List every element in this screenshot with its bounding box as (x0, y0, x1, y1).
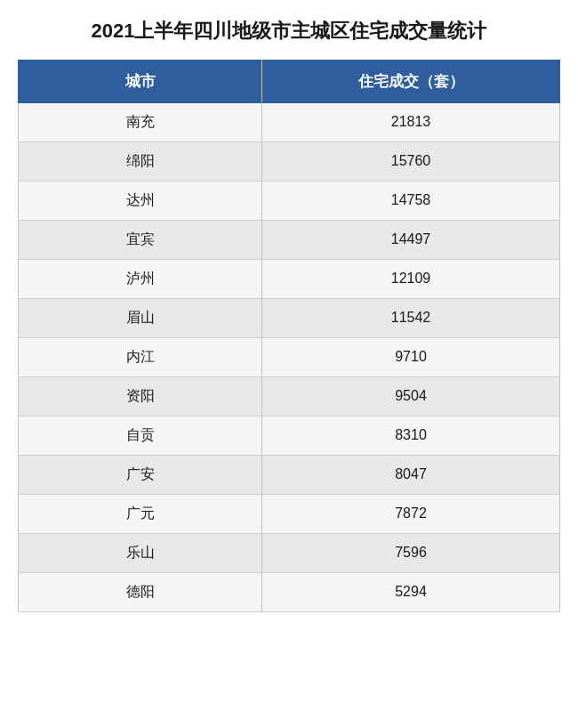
cell-value: 9504 (262, 376, 560, 416)
cell-value: 21813 (262, 102, 560, 142)
cell-city: 宜宾 (19, 220, 262, 259)
table-row: 德阳5294 (19, 572, 560, 611)
table-row: 绵阳15760 (19, 142, 560, 181)
table-row: 乐山7596 (19, 533, 560, 572)
cell-city: 绵阳 (19, 142, 262, 181)
cell-value: 7872 (262, 494, 560, 533)
cell-city: 自贡 (19, 416, 262, 455)
table-row: 内江9710 (19, 337, 560, 376)
cell-value: 14497 (262, 220, 560, 259)
header-value: 住宅成交（套） (262, 60, 560, 102)
cell-city: 乐山 (19, 533, 262, 572)
page-title: 2021上半年四川地级市主城区住宅成交量统计 (18, 18, 560, 45)
table-body: 南充21813绵阳15760达州14758宜宾14497泸州12109眉山115… (19, 102, 560, 611)
cell-city: 泸州 (19, 259, 262, 298)
cell-city: 内江 (19, 337, 262, 376)
table-row: 宜宾14497 (19, 220, 560, 259)
data-table: 城市 住宅成交（套） 南充21813绵阳15760达州14758宜宾14497泸… (18, 60, 560, 612)
cell-value: 12109 (262, 259, 560, 298)
cell-value: 5294 (262, 572, 560, 611)
cell-city: 德阳 (19, 572, 262, 611)
cell-city: 南充 (19, 102, 262, 142)
table-row: 广安8047 (19, 455, 560, 494)
main-container: 2021上半年四川地级市主城区住宅成交量统计 城市 住宅成交（套） 南充2181… (18, 18, 560, 612)
cell-value: 8047 (262, 455, 560, 494)
cell-city: 资阳 (19, 376, 262, 416)
cell-value: 11542 (262, 298, 560, 337)
cell-value: 9710 (262, 337, 560, 376)
table-row: 南充21813 (19, 102, 560, 142)
table-row: 广元7872 (19, 494, 560, 533)
table-row: 自贡8310 (19, 416, 560, 455)
table-row: 资阳9504 (19, 376, 560, 416)
table-row: 泸州12109 (19, 259, 560, 298)
header-city: 城市 (19, 60, 262, 102)
table-row: 达州14758 (19, 181, 560, 220)
cell-value: 15760 (262, 142, 560, 181)
table-header-row: 城市 住宅成交（套） (19, 60, 560, 102)
cell-value: 14758 (262, 181, 560, 220)
cell-value: 8310 (262, 416, 560, 455)
cell-city: 广安 (19, 455, 262, 494)
cell-value: 7596 (262, 533, 560, 572)
table-row: 眉山11542 (19, 298, 560, 337)
cell-city: 眉山 (19, 298, 262, 337)
cell-city: 广元 (19, 494, 262, 533)
cell-city: 达州 (19, 181, 262, 220)
